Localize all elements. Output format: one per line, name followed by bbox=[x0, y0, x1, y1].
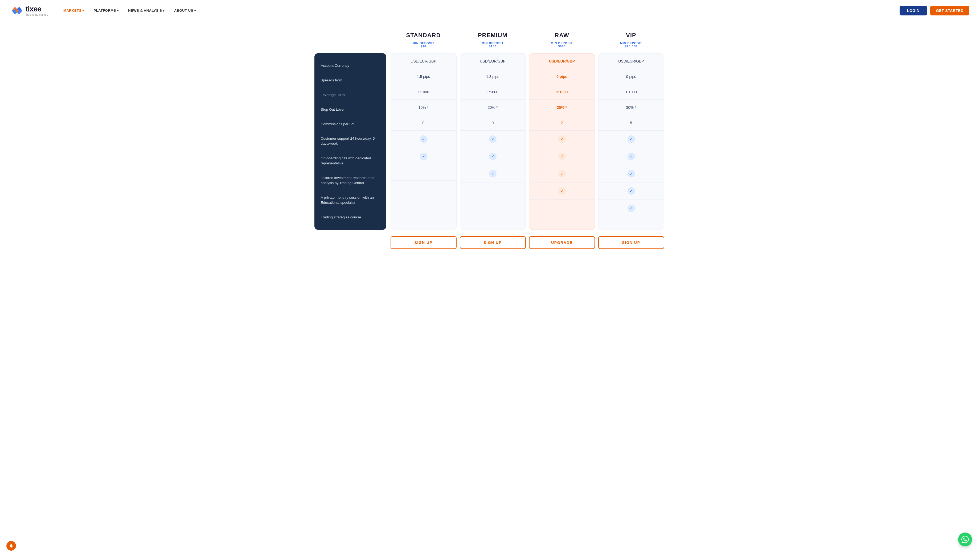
whatsapp-button[interactable] bbox=[958, 533, 972, 546]
col-header-premium: PREMIUM MIN DEPOSIT $100 bbox=[458, 32, 528, 53]
nav-item-about[interactable]: ABOUT US ▾ bbox=[169, 0, 201, 21]
premium-spreads: 1.3 pips bbox=[460, 69, 526, 84]
logo-subtitle: True to the market. bbox=[26, 13, 48, 16]
check-icon: ✓ bbox=[627, 187, 635, 195]
premium-trading-course bbox=[460, 198, 526, 213]
premium-research: ✓ bbox=[460, 165, 526, 182]
standard-currency: USD/EUR/GBP bbox=[391, 54, 456, 69]
raw-spreads: 0 pips bbox=[529, 69, 595, 84]
vip-stop-out: 30% * bbox=[598, 100, 664, 115]
check-icon: ✓ bbox=[489, 153, 497, 160]
standard-support: ✓ bbox=[391, 130, 456, 148]
plan-card-standard: USD/EUR/GBP 1.5 pips 1:1000 10% * 0 ✓ ✓ bbox=[390, 53, 457, 230]
premium-leverage: 1:1000 bbox=[460, 84, 526, 100]
premium-onboarding: ✓ bbox=[460, 148, 526, 165]
notification-button[interactable] bbox=[7, 541, 16, 550]
standard-trading-course bbox=[391, 196, 456, 212]
premium-commissions: 0 bbox=[460, 115, 526, 130]
whatsapp-icon bbox=[961, 536, 969, 543]
signup-button-vip[interactable]: SIGN UP bbox=[598, 236, 664, 249]
vip-leverage: 1:1000 bbox=[598, 84, 664, 100]
upgrade-button-raw[interactable]: UPGRADE bbox=[529, 236, 595, 249]
cta-row: SIGN UP SIGN UP UPGRADE SIGN UP bbox=[314, 236, 666, 249]
vip-spreads: 0 pips bbox=[598, 69, 664, 84]
feature-research: Tailored investment research and analysi… bbox=[314, 171, 386, 191]
check-icon: ✓ bbox=[558, 187, 566, 195]
premium-support: ✓ bbox=[460, 130, 526, 148]
check-icon: ✓ bbox=[627, 135, 635, 143]
check-icon: ✓ bbox=[558, 153, 566, 160]
check-icon: ✓ bbox=[420, 153, 427, 160]
vip-currency: USD/EUR/GBP bbox=[598, 54, 664, 69]
feature-onboarding: On-boarding call with dedicated represen… bbox=[314, 151, 386, 171]
vip-commissions: 5 bbox=[598, 115, 664, 130]
nav-item-markets[interactable]: MARKETS ▾ bbox=[59, 0, 89, 21]
nav-item-platforms[interactable]: PLATFORMS ▾ bbox=[89, 0, 123, 21]
feature-trading-course: Trading strategies course bbox=[314, 210, 386, 225]
standard-leverage: 1:1000 bbox=[391, 84, 456, 100]
chevron-down-icon: ▾ bbox=[163, 9, 165, 12]
main-content: STANDARD MIN DEPOSIT $10 PREMIUM MIN DEP… bbox=[304, 21, 676, 265]
cta-vip-wrap: SIGN UP bbox=[597, 236, 666, 249]
check-icon: ✓ bbox=[627, 170, 635, 178]
check-icon: ✓ bbox=[558, 170, 566, 178]
col-header-standard: STANDARD MIN DEPOSIT $10 bbox=[389, 32, 458, 53]
feature-support: Customer support 24 hours/day, 5 days/we… bbox=[314, 131, 386, 151]
raw-onboarding: ✓ bbox=[529, 148, 595, 165]
signup-button-standard[interactable]: SIGN UP bbox=[390, 236, 457, 249]
get-started-button[interactable]: GET STARTED bbox=[930, 6, 969, 15]
logo-title: tixee bbox=[26, 5, 48, 13]
standard-onboarding: ✓ bbox=[391, 148, 456, 165]
plan-card-premium: USD/EUR/GBP 1.3 pips 1:1000 20% * 0 ✓ ✓ … bbox=[460, 53, 526, 230]
feature-spreads: Spreads from bbox=[314, 73, 386, 88]
svg-point-0 bbox=[16, 9, 18, 12]
check-icon: ✓ bbox=[489, 135, 497, 143]
signup-button-premium[interactable]: SIGN UP bbox=[460, 236, 526, 249]
check-icon: ✓ bbox=[420, 135, 427, 143]
raw-commissions: 7 bbox=[529, 115, 595, 130]
notification-icon bbox=[9, 544, 13, 548]
plan-card-vip: USD/EUR/GBP 0 pips 1:1000 30% * 5 ✓ ✓ ✓ … bbox=[598, 53, 664, 230]
col-header-vip: VIP MIN DEPOSIT $20,000 bbox=[597, 32, 666, 53]
pricing-body: Account Currency Spreads from Leverage u… bbox=[314, 53, 666, 230]
vip-onboarding: ✓ bbox=[598, 148, 664, 165]
nav-links: MARKETS ▾ PLATFORMS ▾ NEWS & ANALYSIS ▾ … bbox=[59, 0, 479, 21]
feature-stop-out: Stop Out Level bbox=[314, 103, 386, 117]
vip-trading-course: ✓ bbox=[598, 200, 664, 217]
plan-name-raw: RAW bbox=[528, 32, 597, 39]
check-icon: ✓ bbox=[627, 153, 635, 160]
col-header-raw: RAW MIN DEPOSIT $500 bbox=[528, 32, 597, 53]
login-button[interactable]: LOGIN bbox=[900, 6, 927, 15]
standard-private-session bbox=[391, 181, 456, 196]
chevron-down-icon: ▾ bbox=[83, 9, 84, 12]
vip-support: ✓ bbox=[598, 130, 664, 148]
navigation: tixee True to the market. MARKETS ▾ PLAT… bbox=[0, 0, 980, 21]
tixee-logo-icon bbox=[11, 6, 23, 15]
raw-support: ✓ bbox=[529, 130, 595, 148]
feature-commissions: Commissions per Lot bbox=[314, 117, 386, 132]
check-icon: ✓ bbox=[627, 205, 635, 212]
raw-currency: USD/EUR/GBP bbox=[529, 54, 595, 69]
check-icon: ✓ bbox=[489, 170, 497, 178]
standard-stop-out: 10% * bbox=[391, 100, 456, 115]
premium-currency: USD/EUR/GBP bbox=[460, 54, 526, 69]
check-icon: ✓ bbox=[558, 135, 566, 143]
vip-private-session: ✓ bbox=[598, 182, 664, 200]
premium-private-session bbox=[460, 182, 526, 198]
raw-research: ✓ bbox=[529, 165, 595, 182]
premium-stop-out: 20% * bbox=[460, 100, 526, 115]
chevron-down-icon: ▾ bbox=[194, 9, 196, 12]
standard-commissions: 0 bbox=[391, 115, 456, 130]
nav-item-news[interactable]: NEWS & ANALYSIS ▾ bbox=[123, 0, 169, 21]
plan-name-premium: PREMIUM bbox=[458, 32, 528, 39]
cta-raw-wrap: UPGRADE bbox=[528, 236, 597, 249]
feature-leverage: Leverage up to bbox=[314, 88, 386, 103]
raw-stop-out: 25% * bbox=[529, 100, 595, 115]
logo[interactable]: tixee True to the market. bbox=[11, 5, 48, 16]
cta-standard-wrap: SIGN UP bbox=[389, 236, 458, 249]
standard-spreads: 1.5 pips bbox=[391, 69, 456, 84]
pricing-header: STANDARD MIN DEPOSIT $10 PREMIUM MIN DEP… bbox=[314, 32, 666, 53]
feature-panel: Account Currency Spreads from Leverage u… bbox=[314, 53, 386, 230]
cta-premium-wrap: SIGN UP bbox=[458, 236, 528, 249]
raw-trading-course bbox=[529, 200, 595, 215]
